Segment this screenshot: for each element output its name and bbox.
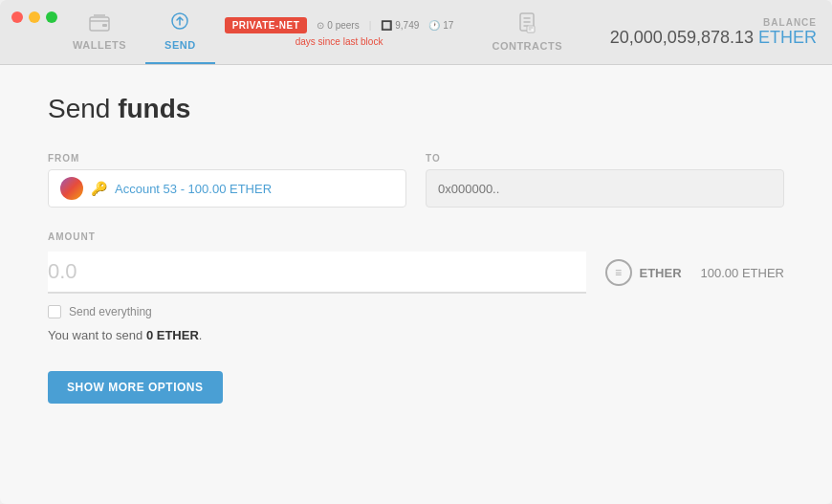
balance-section: BALANCE 20,000,059,878.13 ETHER [610,17,817,48]
amount-input-wrapper [48,252,586,294]
network-badge: PRIVATE-NET [225,17,308,33]
send-amount: 0 ETHER [146,328,199,342]
blocks-stat: 🔲 9,749 [381,20,419,31]
clock-icon: 🕐 [428,20,440,31]
network-info: PRIVATE-NET ⊙ 0 peers | 🔲 9,749 🕐 17 [225,17,454,47]
currency-balance: 100.00 ETHER [701,266,784,280]
nav-item-send[interactable]: SEND [145,0,215,64]
page-title: Send funds [48,94,784,124]
traffic-lights [11,11,57,23]
account-avatar [60,177,83,200]
to-input[interactable] [426,169,784,208]
blocks-icon: 🔲 [381,20,392,31]
peers-stat: ⊙ 0 peers [317,20,359,31]
amount-section: AMOUNT ≡ ETHER 100.00 ETHER Send everyth… [48,227,784,404]
send-everything-row: Send everything [48,305,784,318]
amount-row: ≡ ETHER 100.00 ETHER [48,252,784,294]
to-label: TO [426,153,784,164]
network-stats: ⊙ 0 peers | 🔲 9,749 🕐 17 [317,20,453,31]
send-icon [170,11,189,35]
send-everything-label: Send everything [69,305,152,318]
currency-selector[interactable]: ≡ ETHER [605,259,682,286]
days-stat: 🕐 17 [428,20,453,31]
nav-bar: WALLETS SEND [54,0,215,64]
nav-send-label: SEND [164,39,196,51]
nav-wallets-label: WALLETS [73,39,126,51]
main-content: Send funds FROM 🔑 Account 53 - 100.00 ET… [0,65,832,504]
svg-rect-1 [102,24,107,27]
nav-contracts-label: CONTRACTS [492,40,562,52]
from-to-row: FROM 🔑 Account 53 - 100.00 ETHER TO [48,153,784,208]
balance-label: BALANCE [610,17,817,28]
nav-item-wallets[interactable]: WALLETS [54,0,145,64]
peers-icon: ⊙ [317,20,324,31]
minimize-button[interactable] [29,11,40,23]
currency-icon: ≡ [605,259,632,286]
amount-label: AMOUNT [48,231,96,242]
show-more-options-button[interactable]: SHOW MORE OPTIONS [48,371,223,404]
from-group: FROM 🔑 Account 53 - 100.00 ETHER [48,153,406,208]
key-icon: 🔑 [91,181,107,196]
titlebar: WALLETS SEND PRIVATE-NET ⊙ [0,0,832,65]
wallet-icon [89,13,110,35]
send-everything-checkbox[interactable] [48,305,61,318]
maximize-button[interactable] [46,11,57,23]
nav-item-contracts[interactable]: CONTRACTS [472,0,581,64]
amount-input[interactable] [48,252,586,294]
want-to-send: You want to send 0 ETHER. [48,328,784,342]
days-label: days since last block [296,36,383,47]
from-account-text: Account 53 - 100.00 ETHER [115,182,272,196]
app-window: WALLETS SEND PRIVATE-NET ⊙ [0,0,832,504]
balance-currency: ETHER [758,28,817,47]
to-group: TO [426,153,784,208]
contracts-icon [517,12,536,36]
balance-amount: 20,000,059,878.13 ETHER [610,28,817,48]
currency-name: ETHER [640,266,682,280]
from-field[interactable]: 🔑 Account 53 - 100.00 ETHER [48,169,406,208]
close-button[interactable] [11,11,23,23]
from-label: FROM [48,153,406,164]
